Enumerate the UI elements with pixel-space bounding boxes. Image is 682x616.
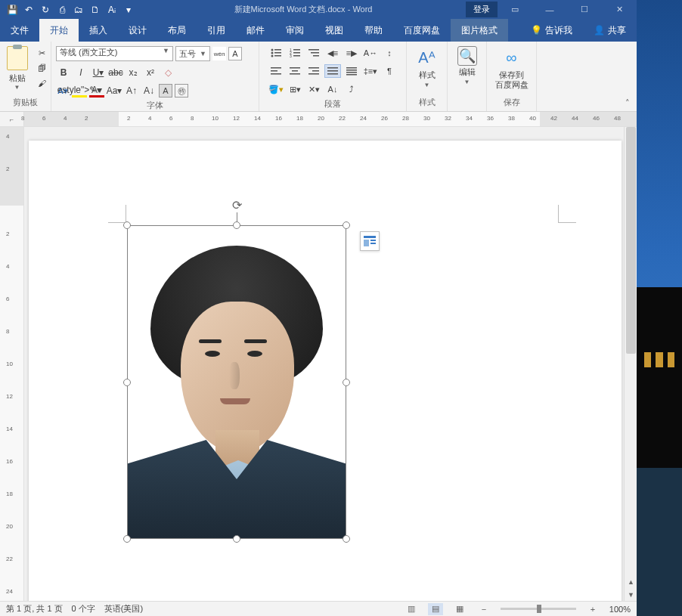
styles-button[interactable]: Aᴬ 样式 ▼ [409, 43, 445, 88]
char-border-icon[interactable]: A [228, 47, 242, 60]
tab-design[interactable]: 设计 [118, 19, 157, 42]
read-mode-icon[interactable]: ▥ [404, 603, 419, 615]
tab-picture-format[interactable]: 图片格式 [451, 19, 508, 42]
line-spacing-icon[interactable]: ‡≡▾ [362, 64, 379, 78]
bold-button[interactable]: B [56, 66, 71, 79]
maximize-icon[interactable]: ☐ [567, 0, 602, 19]
cut-icon[interactable]: ✂ [36, 46, 49, 60]
tab-insert[interactable]: 插入 [79, 19, 118, 42]
scroll-down-icon[interactable]: ▼ [625, 588, 637, 601]
asian-layout-icon[interactable]: ✕▾ [305, 82, 322, 96]
zoom-thumb[interactable] [537, 605, 541, 613]
shrink-font-icon[interactable]: A↓ [141, 84, 157, 98]
distributed-icon[interactable] [343, 64, 360, 78]
resize-handle-tm[interactable] [233, 221, 240, 229]
redo-icon[interactable]: ↻ [38, 2, 53, 17]
strike-button[interactable]: abc [108, 66, 123, 79]
tab-file[interactable]: 文件 [0, 19, 39, 42]
font-color-icon[interactable]: A▾ [89, 84, 104, 98]
font-size-select[interactable]: 五号▼ [175, 46, 210, 61]
layout-options-button[interactable] [360, 231, 380, 251]
align-justify-icon[interactable] [324, 64, 341, 78]
selected-image[interactable]: ⟳ [127, 225, 346, 539]
undo-icon[interactable]: ↶ [21, 2, 36, 17]
grow-font-icon[interactable]: A↑ [124, 84, 139, 98]
font-name-select[interactable]: 等线 (西文正文) ▼ [56, 46, 173, 61]
subscript-button[interactable]: x₂ [126, 66, 141, 79]
sort-icon[interactable]: ↕ [381, 46, 398, 60]
editing-button[interactable]: 🔍 编辑 ▼ [449, 43, 485, 85]
enclosed-char-icon[interactable]: ㊕ [175, 84, 188, 98]
resize-handle-bm[interactable] [233, 535, 240, 543]
para-marks-icon[interactable]: ⤴ [343, 82, 360, 96]
qat-icon-1[interactable]: ⎙ [54, 2, 70, 17]
save-pan-button[interactable]: ∞ 保存到百度网盘 [489, 43, 535, 90]
resize-handle-bl[interactable] [123, 535, 131, 543]
print-layout-icon[interactable]: ▤ [428, 603, 443, 615]
web-layout-icon[interactable]: ▦ [452, 603, 467, 615]
close-icon[interactable]: ✕ [602, 0, 637, 19]
document-viewport[interactable]: ⟳ ▲ ▼ [24, 127, 637, 601]
change-case-icon[interactable]: Aa▾ [107, 84, 122, 98]
share-button[interactable]: 👤共享 [583, 19, 637, 42]
zoom-out-icon[interactable]: − [476, 603, 491, 615]
tab-view[interactable]: 视图 [315, 19, 354, 42]
tab-layout[interactable]: 布局 [157, 19, 197, 42]
borders-icon[interactable]: ⊞▾ [287, 82, 303, 96]
vertical-scrollbar[interactable]: ▲ ▼ [624, 127, 637, 601]
qat-icon-3[interactable]: 🗋 [88, 2, 103, 17]
tab-references[interactable]: 引用 [197, 19, 236, 42]
phonetic-guide-icon[interactable]: wén [212, 47, 226, 60]
numbering-icon[interactable]: 123 [287, 46, 303, 60]
save-icon[interactable]: 💾 [5, 2, 20, 17]
align-center-icon[interactable] [287, 64, 303, 78]
qat-more-icon[interactable]: ▾ [121, 2, 136, 17]
superscript-button[interactable]: x² [143, 66, 158, 79]
tell-me-button[interactable]: 💡告诉我 [520, 19, 583, 42]
tab-home[interactable]: 开始 [39, 19, 79, 42]
vertical-ruler[interactable]: 4224681012141618202224 [0, 127, 24, 601]
minimize-icon[interactable]: — [532, 0, 567, 19]
align-right-icon[interactable] [305, 64, 322, 78]
multilevel-list-icon[interactable] [305, 46, 322, 60]
status-words[interactable]: 0 个字 [72, 603, 95, 614]
highlight-icon[interactable]: estyle">✎▾ [72, 84, 87, 98]
char-shading-icon[interactable]: A [159, 84, 172, 98]
scroll-up-icon[interactable]: ▲ [625, 575, 637, 588]
show-marks-icon[interactable]: ¶ [381, 64, 398, 78]
tab-mailings[interactable]: 邮件 [236, 19, 275, 42]
collapse-ribbon-icon[interactable]: ˄ [618, 42, 637, 111]
resize-handle-mr[interactable] [343, 379, 350, 386]
tab-review[interactable]: 审阅 [275, 19, 315, 42]
increase-indent-icon[interactable]: ≡▶ [343, 46, 360, 60]
resize-handle-ml[interactable] [123, 379, 131, 386]
clear-format-icon[interactable]: ◇ [160, 66, 175, 79]
sort-para-icon[interactable]: A↓ [324, 82, 341, 96]
ltr-icon[interactable]: A↔ [362, 46, 379, 60]
status-language[interactable]: 英语(美国) [104, 603, 143, 614]
shading-icon[interactable]: 🪣▾ [268, 82, 284, 96]
paste-button[interactable]: 粘贴 ▼ [2, 46, 33, 91]
tab-baidu[interactable]: 百度网盘 [393, 19, 451, 42]
resize-handle-tl[interactable] [123, 221, 131, 229]
tab-help[interactable]: 帮助 [354, 19, 393, 42]
horizontal-ruler[interactable]: 8642246810121416182022242628303234363840… [24, 112, 637, 126]
rotate-handle-icon[interactable]: ⟳ [229, 197, 244, 212]
format-painter-icon[interactable]: 🖌 [36, 76, 49, 90]
qat-icon-4[interactable]: Aᵢ [104, 2, 119, 17]
italic-button[interactable]: I [73, 66, 88, 79]
underline-button[interactable]: U▾ [91, 66, 106, 79]
login-button[interactable]: 登录 [466, 2, 498, 17]
scrollbar-thumb[interactable] [626, 127, 636, 354]
ribbon-display-icon[interactable]: ▭ [498, 0, 532, 19]
zoom-in-icon[interactable]: + [585, 603, 600, 615]
status-page[interactable]: 第 1 页, 共 1 页 [6, 603, 63, 614]
qat-icon-2[interactable]: 🗂 [71, 2, 86, 17]
resize-handle-tr[interactable] [343, 221, 350, 229]
bullets-icon[interactable] [268, 46, 284, 60]
zoom-slider[interactable] [501, 608, 576, 610]
zoom-value[interactable]: 100% [609, 605, 631, 614]
align-left-icon[interactable] [268, 64, 284, 78]
decrease-indent-icon[interactable]: ◀≡ [324, 46, 341, 60]
copy-icon[interactable]: 🗐 [36, 61, 49, 75]
